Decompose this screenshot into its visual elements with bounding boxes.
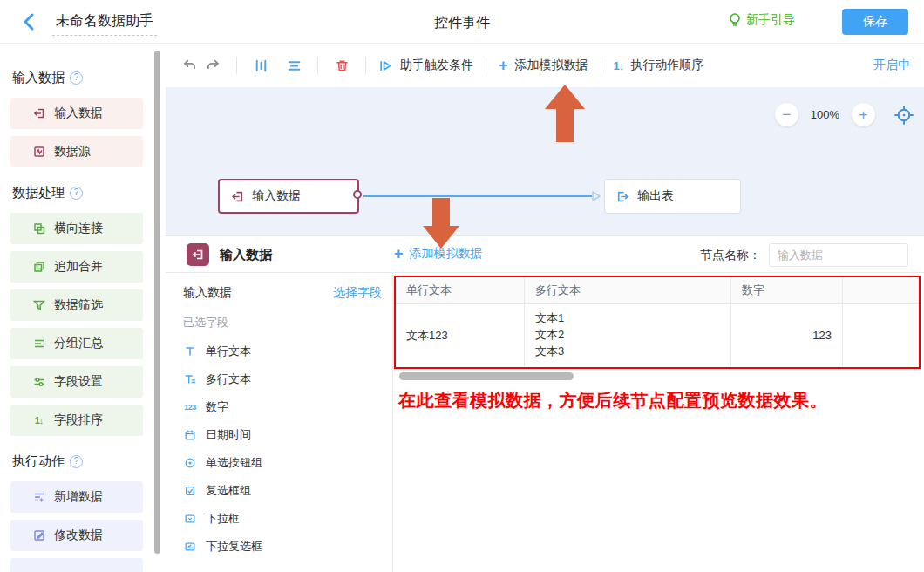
node-output-port[interactable] (353, 190, 362, 199)
toolbar-divider (317, 57, 318, 74)
redo-icon[interactable] (201, 54, 224, 77)
section-input-data: 输入数据 ? 输入数据 数据源 (10, 68, 166, 167)
undo-icon[interactable] (179, 54, 201, 77)
sidebar-item-field-settings[interactable]: 字段设置 (10, 366, 143, 398)
zoom-controls: − 100% + (775, 103, 914, 126)
table-horizontal-scrollbar[interactable] (399, 372, 574, 380)
radio-icon (183, 456, 197, 470)
hint-arrow-up (545, 85, 585, 142)
help-icon[interactable]: ? (70, 455, 83, 468)
export-icon (615, 189, 630, 204)
add-data-icon (31, 490, 46, 505)
trigger-play-icon (378, 58, 393, 73)
fields-source-label: 输入数据 (183, 285, 232, 301)
calendar-icon (183, 428, 197, 442)
column-header-empty (843, 277, 919, 304)
annotation-text: 在此查看模拟数据，方便后续节点配置预览数据效果。 (398, 389, 827, 412)
field-radio-group[interactable]: 单选按钮组 (183, 449, 382, 477)
zoom-in-button[interactable]: + (852, 103, 875, 126)
table-header-row: 单行文本 多行文本 数字 (396, 277, 919, 304)
delete-icon[interactable] (330, 54, 353, 77)
sidebar-item-input-data[interactable]: 输入数据 (10, 98, 143, 129)
toolbar-divider (601, 57, 601, 74)
checkbox-icon (183, 484, 197, 498)
edge-arrowhead-icon (590, 189, 602, 203)
trigger-condition-button[interactable]: 助手触发条件 (378, 58, 473, 73)
sidebar-scrollbar[interactable] (154, 51, 160, 554)
select-fields-link[interactable]: 选择字段 (333, 285, 382, 301)
sort-icon: 1↓ (31, 413, 46, 428)
dropdown-icon (183, 512, 197, 526)
help-icon[interactable]: ? (70, 72, 83, 85)
sliders-icon (31, 375, 46, 390)
zoom-out-button[interactable]: − (775, 103, 798, 126)
canvas-toolbar: 助手触发条件 + 添加模拟数据 1↓ 执行动作顺序 开启中 (166, 44, 924, 87)
field-dropdown-multi[interactable]: 下拉复选框 (183, 533, 382, 561)
section-title: 输入数据 ? (12, 68, 166, 87)
add-mock-data-label: 添加模拟数据 (515, 58, 588, 73)
dropdown-multi-icon (183, 540, 197, 554)
lightbulb-icon (728, 12, 742, 28)
edit-data-icon (31, 528, 46, 543)
node-label: 输出表 (637, 188, 674, 204)
field-multi-text[interactable]: 多行文本 (183, 365, 382, 393)
sidebar-item-data-filter[interactable]: 数据筛选 (10, 289, 143, 321)
node-output-table[interactable]: 输出表 (604, 179, 741, 214)
align-vertical-icon[interactable] (249, 54, 272, 77)
import-icon (31, 106, 46, 121)
node-label: 输入数据 (252, 188, 301, 204)
status-badge[interactable]: 开启中 (873, 58, 910, 73)
locate-crosshair-icon[interactable] (894, 106, 914, 125)
column-header: 多行文本 (525, 277, 731, 304)
panel-header: 输入数据 + 添加模拟数据 节点名称： (166, 236, 924, 273)
align-horizontal-icon[interactable] (282, 54, 305, 77)
toolbar-divider (365, 57, 366, 74)
field-dropdown[interactable]: 下拉框 (183, 505, 382, 533)
sidebar-item-edit-data[interactable]: 修改数据 (10, 520, 143, 551)
zoom-level: 100% (811, 108, 839, 121)
help-icon[interactable]: ? (70, 187, 83, 200)
field-checkbox-group[interactable]: 复选框组 (183, 477, 382, 505)
order-icon: 1↓ (614, 59, 624, 72)
mock-data-table: 单行文本 多行文本 数字 文本123 文本1 文本2 文本3 123 (394, 276, 921, 369)
trigger-condition-label: 助手触发条件 (400, 58, 473, 73)
merge-icon (31, 260, 46, 275)
add-mock-data-button[interactable]: + 添加模拟数据 (499, 58, 588, 73)
column-header: 数字 (731, 277, 843, 304)
toolbar-divider (486, 57, 486, 74)
save-button[interactable]: 保存 (842, 9, 908, 35)
multi-text-icon (183, 372, 197, 386)
action-order-label: 执行动作顺序 (630, 58, 703, 73)
beginner-guide-label: 新手引导 (746, 12, 795, 28)
import-icon (230, 189, 245, 204)
sidebar-item-group-summary[interactable]: 分组汇总 (10, 328, 143, 359)
section-data-processing: 数据处理 ? 横向连接 追加合并 数据筛选 (10, 183, 166, 436)
table-cell: 文本123 (396, 304, 525, 366)
beginner-guide-link[interactable]: 新手引导 (728, 12, 795, 28)
field-single-text[interactable]: 单行文本 (183, 337, 382, 365)
number-icon: 123 (183, 400, 197, 414)
single-text-icon (183, 344, 197, 358)
table-cell: 文本1 文本2 文本3 (525, 304, 731, 366)
sidebar-item-partial[interactable] (10, 558, 143, 572)
sidebar-item-add-data[interactable]: 新增数据 (10, 481, 143, 513)
group-summary-icon (31, 337, 46, 351)
column-header: 单行文本 (396, 277, 525, 304)
field-number[interactable]: 123 数字 (183, 393, 382, 421)
selected-fields-label: 已选字段 (183, 315, 382, 330)
join-icon (31, 221, 46, 236)
section-title: 数据处理 ? (12, 183, 166, 202)
sidebar-item-horizontal-join[interactable]: 横向连接 (10, 213, 143, 244)
sidebar-item-field-sort[interactable]: 1↓ 字段排序 (10, 405, 143, 436)
node-input-data[interactable]: 输入数据 (218, 179, 359, 214)
field-datetime[interactable]: 日期时间 (183, 421, 382, 449)
fields-pane: 输入数据 选择字段 已选字段 单行文本 多行文本 12 (166, 273, 393, 572)
node-name-input[interactable] (769, 243, 908, 267)
node-library-sidebar: 输入数据 ? 输入数据 数据源 数据处理 ? (0, 44, 166, 572)
section-actions: 执行动作 ? 新增数据 修改数据 (10, 452, 166, 572)
top-header: 未命名数据助手 控件事件 新手引导 保存 (0, 0, 924, 44)
action-order-button[interactable]: 1↓ 执行动作顺序 (614, 58, 704, 73)
import-icon (187, 243, 209, 266)
sidebar-item-data-source[interactable]: 数据源 (10, 136, 143, 167)
sidebar-item-append-merge[interactable]: 追加合并 (10, 251, 143, 283)
